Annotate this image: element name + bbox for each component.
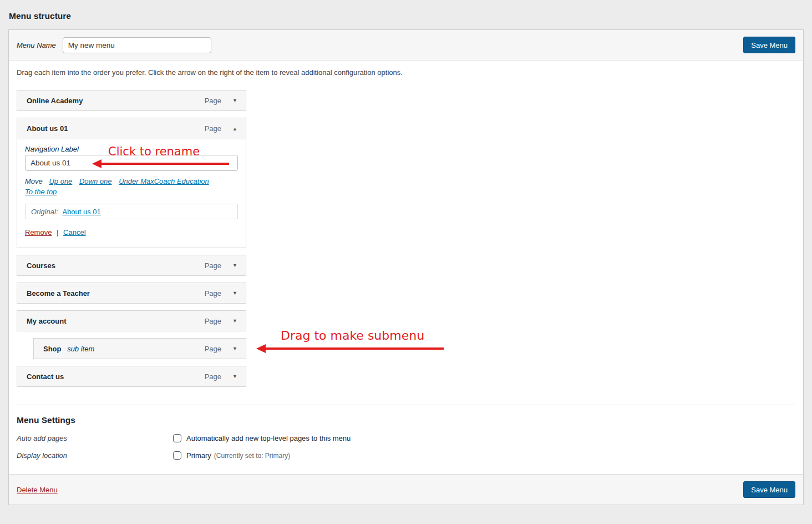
auto-add-pages-checkbox[interactable] (173, 434, 181, 442)
chevron-down-icon[interactable]: ▼ (231, 345, 238, 352)
chevron-down-icon[interactable]: ▼ (231, 261, 238, 269)
menu-name-bar: Menu Name Save Menu (9, 30, 803, 61)
drag-to-make-submenu-annotation: Drag to make submenu (281, 329, 424, 342)
menu-item-type: Page (205, 97, 221, 105)
menu-structure-content: Drag each item into the order you prefer… (9, 61, 803, 387)
menu-settings-heading: Menu Settings (17, 415, 795, 425)
save-menu-button-top[interactable]: Save Menu (743, 37, 795, 53)
save-menu-button-bottom[interactable]: Save Menu (743, 481, 795, 498)
actions-separator: | (57, 228, 58, 236)
move-label: Move (25, 177, 43, 185)
display-location-option: Primary (186, 451, 211, 460)
move-links-row: Move Up one Down one Under MaxCoach Educ… (25, 176, 238, 197)
menu-item-shop[interactable]: Shop sub item Page ▼ (33, 338, 246, 359)
auto-add-pages-row: Auto add pages Automatically add new top… (17, 434, 795, 442)
delete-menu-link[interactable]: Delete Menu (17, 486, 58, 494)
instructions-text: Drag each item into the order you prefer… (17, 68, 795, 77)
display-location-note: (Currently set to: Primary) (214, 452, 290, 460)
menu-item-online-academy[interactable]: Online Academy Page ▼ (17, 90, 246, 111)
display-location-checkbox[interactable] (173, 451, 181, 460)
chevron-down-icon[interactable]: ▼ (231, 372, 238, 380)
menu-item-about-us[interactable]: About us 01 Page ▲ (17, 118, 246, 139)
menu-item-label: Online Academy (27, 97, 83, 105)
menu-item-type: Page (205, 317, 221, 325)
menu-item-label: Become a Teacher (27, 289, 90, 298)
chevron-down-icon[interactable]: ▼ (231, 317, 238, 325)
menu-name-input[interactable] (63, 37, 211, 53)
navigation-label-caption: Navigation Label (25, 145, 238, 153)
menu-subitem-wrapper: Shop sub item Page ▼ Drag to make submen… (33, 338, 246, 359)
item-actions-row: Remove | Cancel (25, 228, 238, 236)
auto-add-pages-label: Auto add pages (17, 434, 173, 442)
menu-item-type: Page (205, 345, 221, 353)
menu-item-about-us-expanded: About us 01 Page ▲ Navigation Label Clic… (17, 118, 246, 248)
menu-item-type: Page (205, 289, 221, 298)
menu-item-my-account[interactable]: My account Page ▼ (17, 310, 246, 331)
navigation-label-field: Navigation Label Click to rename (25, 145, 238, 171)
menu-editor-panel: Menu Name Save Menu Drag each item into … (8, 29, 804, 505)
menu-settings-section: Menu Settings Auto add pages Automatical… (17, 405, 795, 474)
chevron-down-icon[interactable]: ▼ (231, 289, 238, 297)
page-title: Menu structure (9, 11, 804, 21)
menu-item-label: Contact us (27, 372, 64, 381)
menu-item-courses[interactable]: Courses Page ▼ (17, 255, 246, 276)
original-label: Original: (31, 208, 58, 216)
navigation-label-input[interactable] (25, 155, 238, 171)
menu-items-list: Online Academy Page ▼ About us 01 Page ▲ (17, 90, 246, 387)
original-item-box: Original: About us 01 (25, 204, 238, 219)
menu-name-group: Menu Name (17, 37, 211, 53)
display-location-label: Display location (17, 451, 173, 460)
page: Menu structure Menu Name Save Menu Drag … (0, 0, 812, 505)
publishing-actions-bar: Delete Menu Save Menu (9, 474, 803, 505)
display-location-row: Display location Primary (Currently set … (17, 451, 795, 460)
move-to-top-link[interactable]: To the top (25, 188, 57, 196)
menu-item-label: My account (27, 317, 67, 325)
menu-item-contact-us[interactable]: Contact us Page ▼ (17, 366, 246, 387)
menu-item-label: Courses (27, 261, 55, 270)
menu-item-type: Page (205, 124, 221, 133)
menu-item-label: About us 01 (27, 124, 68, 133)
chevron-up-icon[interactable]: ▲ (231, 125, 238, 133)
sub-item-tag: sub item (67, 345, 94, 353)
remove-item-link[interactable]: Remove (25, 228, 52, 236)
menu-item-label: Shop sub item (43, 345, 94, 353)
menu-item-type: Page (205, 372, 221, 381)
drag-arrow-icon (265, 347, 444, 350)
menu-name-label: Menu Name (17, 41, 56, 49)
auto-add-pages-option: Automatically add new top-level pages to… (186, 434, 351, 442)
original-item-link[interactable]: About us 01 (62, 208, 100, 216)
move-down-one-link[interactable]: Down one (79, 177, 112, 185)
menu-item-settings-panel: Navigation Label Click to rename Move Up… (17, 139, 246, 248)
menu-item-type: Page (205, 261, 221, 270)
chevron-down-icon[interactable]: ▼ (231, 97, 238, 104)
move-up-one-link[interactable]: Up one (49, 177, 72, 185)
menu-item-label-text: Shop (43, 345, 62, 353)
menu-item-become-a-teacher[interactable]: Become a Teacher Page ▼ (17, 283, 246, 304)
cancel-link[interactable]: Cancel (63, 228, 85, 236)
move-under-link[interactable]: Under MaxCoach Education (119, 177, 209, 185)
